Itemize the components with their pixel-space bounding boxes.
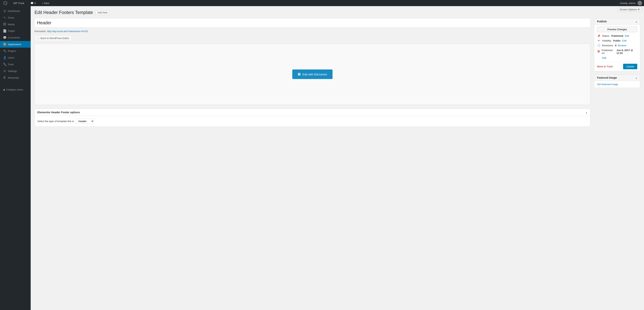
elementor-icon: E xyxy=(3,76,6,79)
posts-icon: ✎ xyxy=(3,16,6,19)
sidebar-item-dashboard[interactable]: ⊞ Dashboard xyxy=(0,8,31,14)
editor-main: Permalink: http://wp-trunk.dev/?elemento… xyxy=(34,18,590,130)
howdy-text: Howdy, admin xyxy=(620,2,636,4)
visibility-label: Visibility: xyxy=(602,39,612,42)
publish-metabox: Publish Preview Changes 📌 Status: Publis… xyxy=(594,18,640,71)
permalink-row: Permalink: http://wp-trunk.dev/?elemento… xyxy=(34,30,590,33)
preview-changes-button[interactable]: Preview Changes xyxy=(597,27,637,32)
revisions-count: 9 xyxy=(615,44,616,47)
users-icon: 👤 xyxy=(3,56,6,59)
back-to-wp-editor-button[interactable]: ← Back to WordPress Editor xyxy=(34,35,72,41)
elementor-options-metabox-title: Elementor Header Footer options xyxy=(38,111,80,114)
new-content-menu[interactable]: + New xyxy=(40,0,50,6)
revisions-label: Revisions: xyxy=(602,44,614,47)
elementor-options-metabox: Elementor Header Footer options Select t… xyxy=(34,109,590,127)
pages-icon: 📄 xyxy=(3,29,6,33)
sidebar-item-tools[interactable]: 🔧 Tools xyxy=(0,61,31,68)
site-name[interactable]: WP Trunk xyxy=(12,0,26,6)
admin-menu: ⊞ Dashboard ✎ Posts 🖼 Media 📄 Pages 💬 Co… xyxy=(0,6,31,310)
calendar-icon: 📅 xyxy=(597,50,600,53)
screen-options-wrap: Screen Options ▼ xyxy=(616,6,644,13)
admin-bar: WP Trunk 💬 0 + New Howdy, admin xyxy=(0,0,644,6)
elementor-grid-icon: ⊞ xyxy=(298,72,300,76)
permalink-link[interactable]: http://wp-trunk.dev/?elementor-hf=20 xyxy=(47,30,88,33)
sidebar-item-elementor[interactable]: E Elementor xyxy=(0,74,31,81)
visibility-icon: 👁 xyxy=(597,39,600,42)
featured-image-metabox-header[interactable]: Featured Image xyxy=(594,75,640,81)
visibility-edit-link[interactable]: Edit xyxy=(622,39,626,42)
sidebar-item-appearance[interactable]: 🎨 Appearance xyxy=(0,41,31,48)
sidebar-item-comments[interactable]: 💬 Comments xyxy=(0,34,31,41)
published-on-edit-link[interactable]: Edit xyxy=(602,56,606,59)
move-to-trash-link[interactable]: Move to Trash xyxy=(597,65,613,68)
editor-wrap: Permalink: http://wp-trunk.dev/?elemento… xyxy=(34,18,640,130)
publish-metabox-toggle-icon xyxy=(636,20,637,23)
appearance-icon: 🎨 xyxy=(3,42,6,46)
revisions-row: 🕐 Revisions: 9 Browse xyxy=(597,44,637,47)
published-on-row: 📅 Published on: Jun 6, 2017 @ 11:01 xyxy=(597,49,637,55)
plugins-icon: 🔌 xyxy=(3,49,6,53)
elementor-options-metabox-body: Select the type of template this is Head… xyxy=(35,116,590,127)
status-row: 📌 Status: Published Edit xyxy=(597,34,637,37)
revisions-icon: 🕐 xyxy=(597,44,600,47)
publish-actions: Move to Trash Update xyxy=(597,62,637,69)
comment-icon: 💬 xyxy=(30,2,34,4)
main-content: Screen Options ▼ Edit Header Footers Tem… xyxy=(31,6,644,310)
comments-icon: 💬 xyxy=(3,36,6,39)
published-on-label: Published on: xyxy=(602,49,615,55)
featured-image-metabox-body: Set featured image xyxy=(594,81,640,88)
editor-canvas: ⊞ Edit with Elementor xyxy=(34,44,590,105)
title-box xyxy=(34,18,590,27)
template-type-select[interactable]: Header Footer Hook xyxy=(76,119,94,124)
page-title: Edit Header Footers Template xyxy=(34,10,93,15)
adminbar-right: Howdy, admin xyxy=(620,1,642,5)
update-button[interactable]: Update xyxy=(623,64,637,69)
editor-sidebar: Publish Preview Changes 📌 Status: Publis… xyxy=(594,18,640,88)
revisions-browse-link[interactable]: Browse xyxy=(618,44,626,47)
status-edit-link[interactable]: Edit xyxy=(625,34,629,37)
post-title-input[interactable] xyxy=(37,20,588,25)
media-icon: 🖼 xyxy=(3,22,6,26)
status-value: Published xyxy=(611,34,623,37)
featured-image-metabox: Featured Image Set featured image xyxy=(594,74,640,88)
avatar xyxy=(638,1,642,5)
collapse-menu-button[interactable]: ◀ Collapse menu xyxy=(0,87,31,93)
dashboard-icon: ⊞ xyxy=(3,9,6,13)
sidebar-item-pages[interactable]: 📄 Pages xyxy=(0,27,31,34)
sidebar-item-users[interactable]: 👤 Users xyxy=(0,54,31,61)
tools-icon: 🔧 xyxy=(3,63,6,66)
published-on-value: Jun 6, 2017 @ 11:01 xyxy=(616,49,637,55)
sidebar-item-plugins[interactable]: 🔌 Plugins xyxy=(0,48,31,54)
publish-metabox-header[interactable]: Publish xyxy=(594,18,640,25)
edit-with-elementor-button[interactable]: ⊞ Edit with Elementor xyxy=(292,69,332,79)
sidebar-item-posts[interactable]: ✎ Posts xyxy=(0,14,31,21)
elementor-options-metabox-header[interactable]: Elementor Header Footer options xyxy=(35,109,590,116)
status-label: Status: xyxy=(602,34,610,37)
set-featured-image-link[interactable]: Set featured image xyxy=(597,83,618,86)
page-title-wrap: Edit Header Footers Template Add New xyxy=(34,10,640,15)
status-icon: 📌 xyxy=(597,34,600,37)
collapse-icon: ◀ xyxy=(3,88,5,91)
publish-metabox-body: Preview Changes 📌 Status: Published Edit… xyxy=(594,25,640,71)
featured-image-toggle-icon xyxy=(636,76,637,79)
comments-link[interactable]: 💬 0 xyxy=(29,0,38,6)
add-new-button[interactable]: Add New xyxy=(95,10,110,15)
publish-metabox-title: Publish xyxy=(597,20,607,23)
settings-icon: ⚙ xyxy=(3,69,6,73)
sidebar-item-media[interactable]: 🖼 Media xyxy=(0,21,31,27)
wp-logo-menu[interactable] xyxy=(2,0,9,6)
sidebar-item-settings[interactable]: ⚙ Settings xyxy=(0,68,31,74)
visibility-row: 👁 Visibility: Public Edit xyxy=(597,39,637,42)
featured-image-metabox-title: Featured Image xyxy=(597,76,617,79)
template-type-label: Select the type of template this is xyxy=(38,120,74,123)
template-type-row: Select the type of template this is Head… xyxy=(38,119,588,124)
visibility-value: Public xyxy=(613,39,620,42)
permalink-label: Permalink: xyxy=(34,30,46,33)
metabox-toggle-icon xyxy=(586,111,588,114)
screen-options-button[interactable]: Screen Options ▼ xyxy=(618,7,642,12)
